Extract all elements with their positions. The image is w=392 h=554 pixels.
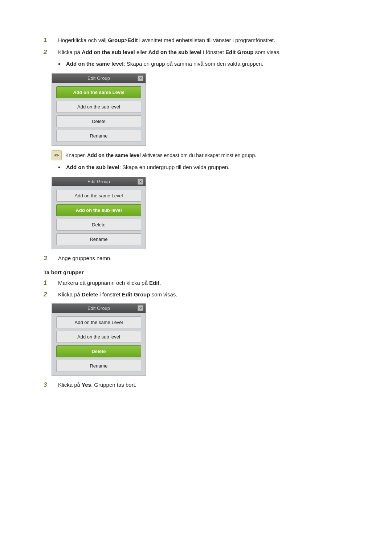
section-heading-delete: Ta bort grupper <box>44 269 363 275</box>
dialog-body-1: Add on the same Level Add on the sub lev… <box>52 83 146 145</box>
dialog-close-btn-2[interactable]: ✕ <box>138 179 143 185</box>
btn-same-level-2[interactable]: Add on the same Level <box>56 190 141 202</box>
delete-step-num-1: 1 <box>44 279 58 287</box>
delete-step-num-2: 2 <box>44 291 58 298</box>
note-row: ✏ Knappen Add on the same level aktivera… <box>52 150 363 160</box>
dialog-title-bar-1: Edit Group ✕ <box>52 74 146 83</box>
bullet-item-2: • Add on the sub level: Skapa en undergr… <box>58 163 363 172</box>
btn-delete-3[interactable]: Delete <box>56 345 141 357</box>
btn-rename-2[interactable]: Rename <box>56 233 141 245</box>
step-1: 1 Högerklicka och välj Group>Edit i avsn… <box>44 36 363 45</box>
edit-group-dialog-1: Edit Group ✕ Add on the same Level Add o… <box>52 73 146 146</box>
dialog-body-3: Add on the same Level Add on the sub lev… <box>52 313 146 376</box>
delete-step-text-1: Markera ett gruppnamn och klicka på Edit… <box>58 279 363 287</box>
edit-group-dialog-3: Edit Group ✕ Add on the same Level Add o… <box>52 303 146 376</box>
step-text-3: Ange gruppens namn. <box>58 254 363 263</box>
step-2: 2 Klicka på Add on the sub level eller A… <box>44 48 363 57</box>
dialog-title-text-1: Edit Group <box>87 75 110 81</box>
dialog-body-2: Add on the same Level Add on the sub lev… <box>52 186 146 249</box>
note-text: Knappen Add on the same level aktiveras … <box>65 150 256 159</box>
dialog-close-btn-1[interactable]: ✕ <box>138 75 143 81</box>
step-text-1: Högerklicka och välj Group>Edit i avsnit… <box>58 36 363 45</box>
dialog-wrapper-3: Edit Group ✕ Add on the same Level Add o… <box>52 303 363 376</box>
delete-step-1: 1 Markera ett gruppnamn och klicka på Ed… <box>44 279 363 287</box>
dialog-title-bar-2: Edit Group ✕ <box>52 177 146 186</box>
edit-group-dialog-2: Edit Group ✕ Add on the same Level Add o… <box>52 177 146 249</box>
step-text-2: Klicka på Add on the sub level eller Add… <box>58 48 363 57</box>
btn-delete-1[interactable]: Delete <box>56 115 141 127</box>
bullet-list: • Add on the same level: Skapa en grupp … <box>58 60 363 69</box>
delete-step-3: 3 Klicka på Yes. Gruppen tas bort. <box>44 381 363 389</box>
btn-rename-1[interactable]: Rename <box>56 130 141 142</box>
delete-step-text-3: Klicka på Yes. Gruppen tas bort. <box>58 381 363 389</box>
dialog-title-bar-3: Edit Group ✕ <box>52 304 146 313</box>
bullet-list-2: • Add on the sub level: Skapa en undergr… <box>58 163 363 172</box>
btn-sub-level-3[interactable]: Add on the sub level <box>56 331 141 343</box>
delete-step-text-2: Klicka på Delete i fönstret Edit Group s… <box>58 291 363 299</box>
bullet-item-1: • Add on the same level: Skapa en grupp … <box>58 60 363 69</box>
dialog-wrapper-2: Edit Group ✕ Add on the same Level Add o… <box>52 177 363 249</box>
dialog-wrapper-1: Edit Group ✕ Add on the same Level Add o… <box>52 73 363 146</box>
step-num-1: 1 <box>44 36 58 44</box>
bullet-text-1: Add on the same level: Skapa en grupp på… <box>66 60 363 68</box>
bullet-text-2: Add on the sub level: Skapa en undergrup… <box>66 163 363 172</box>
step-num-3: 3 <box>44 254 58 262</box>
btn-same-level-1[interactable]: Add on the same Level <box>56 86 141 98</box>
btn-same-level-3[interactable]: Add on the same Level <box>56 316 141 328</box>
bullet-dot-1: • <box>58 60 66 69</box>
btn-sub-level-1[interactable]: Add on the sub level <box>56 101 141 113</box>
btn-rename-3[interactable]: Rename <box>56 360 141 372</box>
delete-step-num-3: 3 <box>44 381 58 389</box>
top-spacer <box>44 22 363 36</box>
note-pencil-icon: ✏ <box>52 150 62 160</box>
dialog-title-text-2: Edit Group <box>87 179 110 184</box>
bullet-dot-2: • <box>58 163 66 172</box>
dialog-close-btn-3[interactable]: ✕ <box>138 305 143 311</box>
delete-step-2: 2 Klicka på Delete i fönstret Edit Group… <box>44 291 363 299</box>
btn-sub-level-2[interactable]: Add on the sub level <box>56 204 141 216</box>
btn-delete-2[interactable]: Delete <box>56 219 141 231</box>
dialog-title-text-3: Edit Group <box>87 305 110 311</box>
step-num-2: 2 <box>44 48 58 56</box>
step-3: 3 Ange gruppens namn. <box>44 254 363 263</box>
